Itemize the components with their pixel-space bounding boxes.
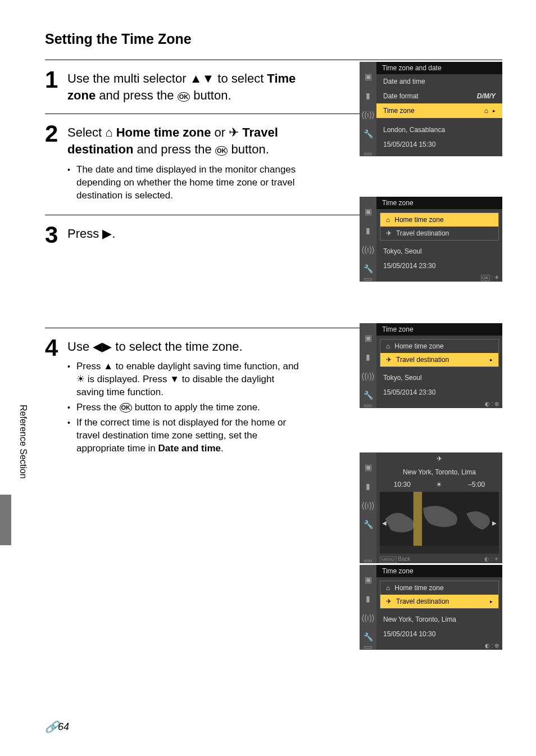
t: Select — [67, 125, 105, 139]
wifi-icon: ((ı)) — [362, 245, 375, 254]
camera-icon: ▣ — [365, 575, 372, 584]
ok-icon: OK — [178, 92, 190, 102]
menu-title: Time zone — [376, 565, 502, 577]
menu-title: Time zone — [376, 197, 502, 209]
t: button to apply the time zone. — [132, 402, 260, 413]
t: Use the multi selector — [67, 71, 190, 85]
t: to select — [214, 71, 267, 85]
plane-icon: ✈ — [437, 455, 442, 463]
home-icon: ⌂ — [105, 124, 112, 141]
side-tab — [0, 495, 11, 545]
screenshot-5: ▣ ▮ ((ı)) 🔧 Time zone ⌂ Home time zone ✈… — [360, 565, 502, 650]
label: Home time zone — [394, 216, 443, 224]
left-right-icon: ◀▶ — [93, 338, 112, 355]
t: or — [211, 125, 229, 139]
bold: Home time zone — [116, 125, 211, 139]
t: Use — [67, 339, 93, 354]
movie-icon: ▮ — [366, 91, 370, 100]
camera-icon: ▣ — [365, 72, 372, 81]
menu-item-date-format[interactable]: Date format D/M/Y — [376, 89, 502, 103]
option-home-time-zone[interactable]: ⌂ Home time zone — [380, 581, 498, 595]
playback-icon — [364, 153, 372, 155]
t: and press the — [96, 88, 178, 102]
bold: Date and time — [158, 443, 221, 454]
step-4-detail-3: If the correct time is not displayed for… — [67, 417, 303, 455]
screenshot-2: ▣ ▮ ((ı)) 🔧 Time zone ⌂ Home time zone ✈… — [360, 197, 502, 282]
step-number: 3 — [45, 223, 67, 318]
wifi-icon: ((ı)) — [362, 372, 375, 381]
footer-hint: ◐ : ☀ — [484, 556, 499, 562]
movie-icon: ▮ — [366, 352, 370, 361]
location-text: New York, Toronto, Lima — [376, 465, 502, 479]
label: Date format — [383, 92, 419, 100]
page-number-text: 64 — [58, 721, 69, 733]
right-arrow-icon[interactable]: ▶ — [492, 520, 497, 526]
t: button. — [228, 142, 269, 156]
label: Travel destination — [396, 229, 449, 237]
step-2-detail: The date and time displayed in the monit… — [67, 164, 303, 202]
page-title: Setting the Time Zone — [45, 31, 502, 47]
offset-text: –5:00 — [468, 481, 485, 488]
footer-hint: OK : ✈ — [376, 273, 502, 282]
step-2-instruction: Select ⌂ Home time zone or ✈ Travel dest… — [67, 124, 309, 157]
label: Home time zone — [394, 342, 443, 350]
movie-icon: ▮ — [366, 594, 370, 603]
footer-hint: ◐ : ⊕ — [376, 400, 502, 408]
playback-icon — [364, 278, 372, 280]
option-travel-destination[interactable]: ✈ Travel destination ▸ — [380, 595, 498, 608]
label: Travel destination — [396, 597, 449, 605]
up-down-icon: ▲▼ — [190, 70, 215, 87]
back-hint: MENU Back — [380, 556, 411, 562]
option-home-time-zone[interactable]: ⌂ Home time zone — [380, 339, 498, 353]
t: to select the time zone. — [112, 339, 242, 354]
setup-icon: 🔧 — [364, 129, 373, 138]
datetime-text: 15/05/2014 15:30 — [376, 137, 502, 156]
step-number: 2 — [45, 122, 67, 204]
t: . — [112, 227, 115, 241]
wifi-icon: ((ı)) — [362, 110, 375, 119]
setup-icon: 🔧 — [364, 632, 373, 641]
screenshot-1: ▣ ▮ ((ı)) 🔧 Time zone and date Date and … — [360, 62, 502, 156]
playback-icon — [364, 560, 372, 562]
playback-icon — [364, 646, 372, 649]
down-icon: ▼ — [170, 373, 179, 386]
datetime-text: 15/05/2014 23:30 — [376, 385, 502, 400]
setup-icon: 🔧 — [364, 391, 373, 400]
location-text: London, Casablanca — [376, 118, 502, 137]
page-number: 🔗 64 — [45, 720, 69, 734]
world-map[interactable]: ◀ ▶ — [380, 492, 499, 554]
screenshot-4: ▣ ▮ ((ı)) 🔧 ✈ New York, Toronto, Lima 10… — [360, 452, 502, 563]
t: is displayed. Press — [85, 374, 170, 384]
label: Travel destination — [396, 356, 449, 364]
t: and press the — [133, 142, 215, 156]
movie-icon: ▮ — [366, 482, 370, 491]
up-icon: ▲ — [103, 360, 113, 373]
camera-icon: ▣ — [365, 333, 372, 342]
ok-icon: OK — [120, 403, 133, 413]
menu-title: Time zone — [376, 323, 502, 336]
plane-icon: ✈ — [229, 124, 239, 141]
step-4-detail-1: Press ▲ to enable daylight saving time f… — [67, 360, 303, 399]
datetime-text: 15/05/2014 23:30 — [376, 259, 502, 273]
option-home-time-zone[interactable]: ⌂ Home time zone — [380, 213, 498, 227]
t: button. — [190, 88, 231, 102]
menu-item-time-zone[interactable]: Time zone ⌂ ▸ — [376, 103, 502, 118]
step-3-instruction: Press ▶. — [67, 225, 309, 242]
screenshot-3: ▣ ▮ ((ı)) 🔧 Time zone ⌂ Home time zone ✈… — [360, 323, 502, 408]
time-text: 10:30 — [394, 481, 411, 488]
t: to enable daylight saving time function,… — [113, 361, 299, 372]
setup-icon: 🔧 — [364, 264, 373, 273]
footer-hint: ◐ : ⊕ — [376, 641, 502, 650]
right-icon: ▶ — [102, 225, 112, 242]
option-travel-destination[interactable]: ✈ Travel destination — [380, 227, 498, 240]
left-arrow-icon[interactable]: ◀ — [382, 520, 387, 526]
chevron-right-icon: ▸ — [490, 599, 493, 604]
step-number: 1 — [45, 68, 67, 103]
option-travel-destination[interactable]: ✈ Travel destination ▸ — [380, 353, 498, 366]
movie-icon: ▮ — [366, 226, 370, 235]
menu-item-date-time[interactable]: Date and time — [376, 74, 502, 89]
back-label: Back — [398, 556, 410, 562]
home-icon: ⌂ — [386, 584, 390, 592]
camera-icon: ▣ — [365, 207, 372, 216]
playback-icon — [364, 405, 372, 407]
